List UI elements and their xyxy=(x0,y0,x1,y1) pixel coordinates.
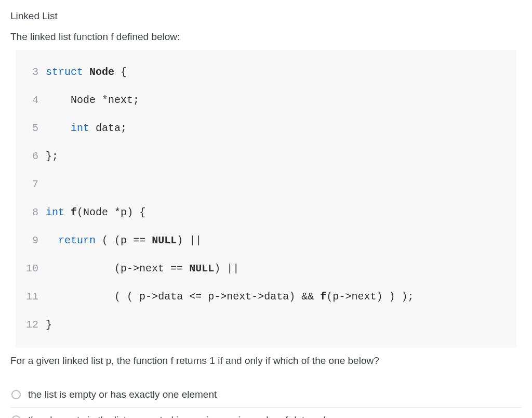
code-content: } xyxy=(46,318,52,332)
line-number: 11 xyxy=(16,290,46,304)
radio-button[interactable] xyxy=(11,415,21,418)
line-number: 12 xyxy=(16,318,46,332)
answer-option[interactable]: the list is empty or has exactly one ele… xyxy=(10,382,522,408)
code-content: return ( (p == NULL) || xyxy=(46,233,202,247)
code-content: ( ( p->data <= p->next->data) && f(p->ne… xyxy=(46,290,414,304)
answer-option[interactable]: the elements in the list are sorted in n… xyxy=(10,408,522,418)
line-number: 7 xyxy=(16,177,46,191)
line-number: 10 xyxy=(16,262,46,276)
code-content: }; xyxy=(46,149,58,163)
line-number: 4 xyxy=(16,93,46,107)
question-title: Linked List xyxy=(10,10,522,22)
code-content: struct Node { xyxy=(46,65,127,79)
answer-options: the list is empty or has exactly one ele… xyxy=(10,382,522,418)
code-content: Node *next; xyxy=(46,93,139,107)
code-content xyxy=(46,177,52,191)
question-followup: For a given linked list p, the function … xyxy=(10,355,522,367)
line-number: 8 xyxy=(16,205,46,219)
line-number: 5 xyxy=(16,121,46,135)
code-content: int data; xyxy=(46,121,127,135)
code-content: int f(Node *p) { xyxy=(46,205,145,219)
line-number: 9 xyxy=(16,233,46,247)
code-content: (p->next == NULL) || xyxy=(46,262,239,276)
code-block: 3struct Node { 4 Node *next; 5 int data;… xyxy=(16,50,516,348)
line-number: 3 xyxy=(16,65,46,79)
radio-button[interactable] xyxy=(11,390,21,399)
question-prompt: The linked list function f defined below… xyxy=(10,31,522,43)
line-number: 6 xyxy=(16,149,46,163)
answer-option-text: the list is empty or has exactly one ele… xyxy=(28,389,217,400)
answer-option-text: the elements in the list are sorted in n… xyxy=(28,414,337,418)
